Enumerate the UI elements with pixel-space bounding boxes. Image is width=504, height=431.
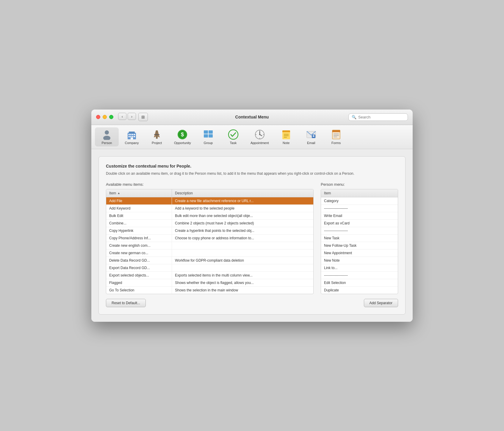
available-rows-container: Add File Create a new file attachment re…	[106, 197, 313, 294]
column-item-label: Item	[109, 191, 116, 195]
toolbar-item-task[interactable]: Task	[221, 127, 245, 146]
main-window: ‹ › ⊞ Contextual Menu 🔍 Person	[91, 110, 413, 322]
toolbar: Person Company	[91, 125, 413, 149]
right-table-header-item: Item	[321, 189, 398, 197]
project-icon	[151, 129, 162, 140]
person-menu-row[interactable]: Link to...	[321, 264, 398, 272]
person-menu-header: Person menu:	[321, 182, 398, 187]
person-menu-column: Person menu: Item Category--------------…	[321, 182, 398, 294]
person-menu-row[interactable]: New Note	[321, 257, 398, 264]
table-row[interactable]: Export selected objects... Exports selec…	[106, 272, 313, 279]
table-row[interactable]: Export Data Record GD...	[106, 264, 313, 272]
person-menu-row[interactable]: Duplicate	[321, 287, 398, 294]
toolbar-label-email: Email	[307, 141, 315, 145]
available-items-column: Available menu items: Item ▲ Description	[106, 182, 314, 294]
search-bar[interactable]: 🔍	[348, 113, 408, 121]
svg-rect-8	[129, 136, 130, 137]
svg-rect-9	[130, 136, 132, 137]
grid-button[interactable]: ⊞	[138, 113, 148, 121]
group-icon	[203, 129, 214, 140]
toolbar-item-forms[interactable]: Forms	[324, 127, 348, 146]
available-item-desc: Shows whether the object is flagged, all…	[172, 279, 313, 286]
table-row[interactable]: Copy Phone/Address Inf... Choose to copy…	[106, 235, 313, 242]
table-row[interactable]: Bulk Edit Bulk edit more than one select…	[106, 212, 313, 220]
search-input[interactable]	[358, 115, 405, 119]
panel-title: Customize the contextual menu for People…	[106, 164, 398, 168]
toolbar-label-task: Task	[230, 141, 237, 145]
column-header-item[interactable]: Item ▲	[106, 189, 172, 197]
available-item-name: Add Keyword	[106, 205, 172, 212]
person-menu-row[interactable]: Edit Selection	[321, 279, 398, 287]
table-row[interactable]: Combine... Combine 2 objects (must have …	[106, 220, 313, 227]
toolbar-item-email[interactable]: Email	[299, 127, 323, 146]
available-item-desc	[172, 249, 313, 257]
person-menu-row[interactable]: --------------------	[321, 205, 398, 212]
toolbar-item-person[interactable]: Person	[95, 127, 119, 146]
toolbar-label-opportunity: Opportunity	[174, 141, 191, 145]
available-item-desc: Exports selected items in the multi colu…	[172, 272, 313, 279]
svg-rect-21	[209, 130, 213, 134]
svg-rect-23	[209, 134, 213, 138]
available-item-name: Flagged	[106, 279, 172, 286]
toolbar-item-group[interactable]: Group	[196, 127, 220, 146]
available-item-name: Delete Data Record GD...	[106, 257, 172, 264]
available-item-desc: Shows the selection in the main window	[172, 287, 313, 294]
table-row[interactable]: Create new english com...	[106, 242, 313, 249]
person-menu-row[interactable]: Category	[321, 197, 398, 205]
table-row[interactable]: Copy Hyperlink Create a hyperlink that p…	[106, 227, 313, 235]
svg-rect-46	[334, 134, 339, 134]
table-row[interactable]: Delete Data Record GD... Workflow for GD…	[106, 257, 313, 264]
person-menu-row[interactable]: New Follow-Up Task	[321, 242, 398, 249]
reset-button[interactable]: Reset to Default...	[106, 299, 146, 307]
available-item-desc	[172, 264, 313, 271]
table-row[interactable]: Add File Create a new file attachment re…	[106, 197, 313, 205]
available-item-name: Copy Hyperlink	[106, 227, 172, 234]
content-area: Customize the contextual menu for People…	[91, 149, 413, 322]
svg-rect-45	[332, 132, 340, 132]
close-button[interactable]	[96, 115, 100, 119]
person-menu-row[interactable]: --------------------	[321, 272, 398, 279]
toolbar-item-company[interactable]: Company	[120, 127, 144, 146]
add-separator-button[interactable]: Add Separator	[364, 299, 398, 307]
column-header-description[interactable]: Description	[172, 189, 313, 197]
settings-panel: Customize the contextual menu for People…	[98, 156, 406, 315]
person-menu-row[interactable]: New Appointment	[321, 249, 398, 257]
table-row[interactable]: Add Keyword Add a keyword to the selecte…	[106, 205, 313, 212]
person-icon	[101, 129, 112, 140]
toolbar-item-note[interactable]: Note	[274, 127, 298, 146]
toolbar-label-person: Person	[102, 141, 112, 145]
svg-rect-12	[131, 138, 133, 139]
forms-icon	[331, 129, 342, 140]
available-item-name: Create new german co...	[106, 249, 172, 257]
search-icon: 🔍	[352, 115, 356, 119]
toolbar-label-appointment: Appointment	[251, 141, 269, 145]
toolbar-item-project[interactable]: Project	[145, 127, 169, 146]
available-item-name: Create new english com...	[106, 242, 172, 249]
forward-button[interactable]: ›	[128, 113, 136, 120]
available-item-name: Add File	[106, 197, 172, 204]
available-item-name: Bulk Edit	[106, 212, 172, 219]
available-item-name: Go To Selection	[106, 287, 172, 294]
table-row[interactable]: Flagged Shows whether the object is flag…	[106, 279, 313, 287]
person-menu-row[interactable]: --------------------	[321, 227, 398, 235]
table-row[interactable]: Go To Selection Shows the selection in t…	[106, 287, 313, 294]
person-menu-row[interactable]: Write Email	[321, 212, 398, 220]
available-header: Available menu items:	[106, 182, 314, 187]
svg-rect-7	[134, 134, 135, 135]
titlebar: ‹ › ⊞ Contextual Menu 🔍	[91, 110, 413, 125]
person-menu-rows-container: Category--------------------Write EmailE…	[321, 197, 398, 294]
person-menu-row[interactable]: Export as vCard	[321, 220, 398, 227]
available-items-table: Item ▲ Description Add File Create a new…	[106, 189, 314, 294]
maximize-button[interactable]	[109, 115, 113, 119]
toolbar-label-note: Note	[283, 141, 289, 145]
svg-point-1	[103, 136, 110, 140]
minimize-button[interactable]	[103, 115, 107, 119]
svg-text:$: $	[181, 132, 184, 138]
toolbar-label-group: Group	[204, 141, 213, 145]
toolbar-item-appointment[interactable]: Appointment	[246, 127, 273, 146]
table-row[interactable]: Create new german co...	[106, 249, 313, 257]
toolbar-label-company: Company	[125, 141, 139, 145]
person-menu-row[interactable]: New Task	[321, 235, 398, 242]
toolbar-item-opportunity[interactable]: $ Opportunity	[170, 127, 195, 146]
back-button[interactable]: ‹	[118, 113, 126, 120]
